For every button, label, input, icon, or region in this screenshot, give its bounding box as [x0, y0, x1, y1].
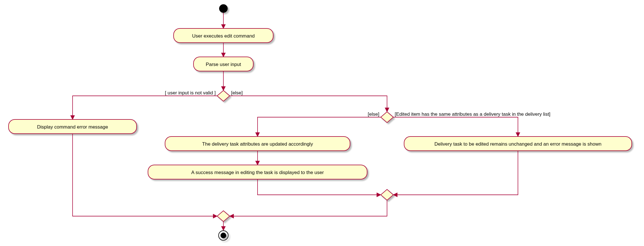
decision-valid-input — [217, 90, 230, 101]
start-node-icon — [219, 4, 228, 13]
activity-unchanged-error-label: Delivery task to be edited remains uncha… — [435, 141, 602, 147]
activity-execute-edit-label: User executes edit command — [192, 33, 255, 39]
decision-duplicate — [381, 112, 393, 123]
guard-invalid-input: [ user input is not valid ] — [165, 90, 216, 96]
activity-success-msg-label: A success message in editing the task is… — [191, 170, 324, 175]
flow-a5-m2 — [258, 179, 381, 195]
flow-d1-a3 — [73, 96, 217, 119]
merge-outer — [217, 211, 230, 222]
activity-diagram: User executes edit command Parse user in… — [0, 0, 644, 246]
flow-a6-m2 — [393, 151, 518, 195]
guard-else-inner: [else] — [368, 111, 379, 117]
activity-update-attrs-label: The delivery task attributes are updated… — [202, 141, 313, 147]
flow-d2-a6 — [393, 117, 518, 137]
guard-same-attrs: [Edited item has the same attributes as … — [395, 111, 550, 117]
merge-inner — [381, 189, 393, 200]
svg-point-1 — [221, 233, 226, 238]
flow-d1-d2 — [230, 96, 387, 112]
activity-error-msg-label: Display command error message — [37, 124, 108, 130]
guard-else-outer: [else] — [231, 90, 243, 96]
activity-parse-input-label: Parse user input — [206, 62, 241, 67]
end-node-icon — [219, 231, 228, 240]
flow-m2-m1 — [230, 200, 387, 216]
flow-d2-a4 — [258, 117, 381, 137]
